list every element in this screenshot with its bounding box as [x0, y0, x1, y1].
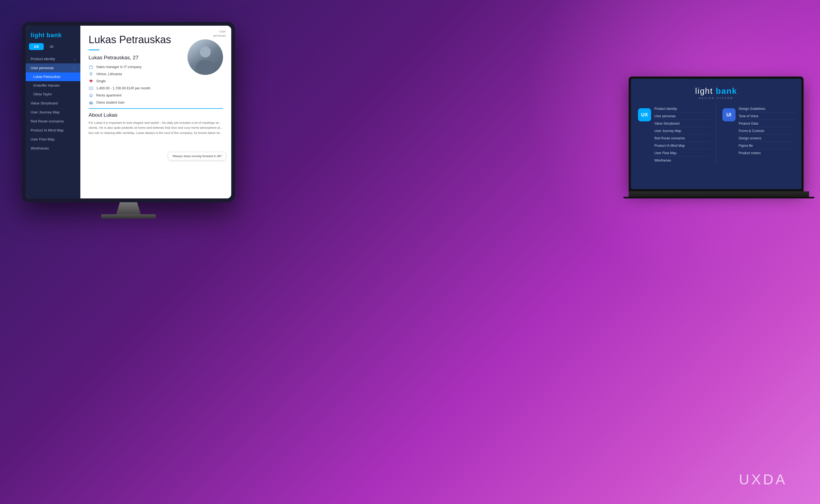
laptop-logo-light: light — [695, 86, 716, 95]
info-text: Vilnius, Lithuania — [96, 72, 122, 76]
nav-kristoffer[interactable]: Kristoffer Hansen — [26, 81, 80, 90]
nav-label: Lukas Petrauskas — [33, 75, 60, 79]
blue-divider — [89, 49, 99, 50]
info-row-income: 1,400.00 - 1,700.00 EUR per month — [89, 86, 223, 91]
ui-item-1[interactable]: Tone of Voice — [739, 113, 795, 120]
nav-label: Kristoffer Hansen — [33, 84, 60, 87]
svg-rect-6 — [91, 103, 91, 104]
nav-label: User personas — [31, 66, 54, 70]
nav-label: Value Storyboard — [31, 101, 58, 105]
info-text: Rents apartment — [96, 93, 121, 97]
breadcrumb-line2: personas — [213, 34, 226, 38]
ux-item-1[interactable]: User personas — [654, 113, 711, 120]
nav-label: Red Route scenarios — [31, 119, 64, 123]
nav-user-flow[interactable]: User Flow Map — [26, 135, 80, 144]
chevron-right-icon: › — [74, 57, 75, 61]
uxda-watermark: UXDA — [739, 471, 787, 488]
tablet-stand — [22, 202, 235, 214]
ui-items: Design Guidelines Tone of Voice Finance … — [736, 106, 795, 164]
laptop-screen-outer: light bank DESIGN SYSTEM UX Product iden… — [629, 77, 804, 191]
ux-item-6[interactable]: User Flow Map — [654, 150, 711, 157]
money-icon — [89, 86, 93, 91]
svg-rect-2 — [89, 87, 93, 90]
breadcrumb-line1: User — [213, 30, 226, 34]
info-row-loan: Owns student loan — [89, 100, 223, 105]
svg-rect-7 — [92, 103, 92, 104]
ux-item-5[interactable]: Product IA Mind Map — [654, 142, 711, 149]
nav-user-personas[interactable]: User personas ⌄ — [26, 63, 80, 72]
about-section: About Lukas For Lukas it is important to… — [89, 108, 223, 135]
nav-label: Olivia Taylor — [33, 92, 52, 96]
ui-column: UI Design Guidelines Tone of Voice Finan… — [722, 106, 795, 164]
laptop-logo-bank: bank — [716, 86, 737, 95]
sidebar-nav: Product identity › User personas ⌄ Lukas… — [26, 53, 80, 198]
ui-badge-wrap: UI — [722, 106, 736, 164]
svg-rect-0 — [89, 66, 93, 69]
quote-bubble: "Always keep moving forward in life" — [168, 152, 226, 160]
tablet-main: User personas Lukas Petrauskas Lukas Pet… — [80, 26, 231, 198]
logo-bank: bank — [47, 32, 62, 39]
bank-icon — [89, 100, 93, 105]
logo-light: light — [31, 32, 47, 39]
ui-item-0[interactable]: Design Guidelines — [739, 106, 795, 112]
nav-label: User Flow Map — [31, 137, 54, 141]
ui-item-3[interactable]: Forms & Controls — [739, 128, 795, 134]
photo-placeholder — [188, 39, 223, 75]
tab-ui[interactable]: UI — [45, 43, 58, 50]
svg-point-3 — [90, 88, 92, 89]
chevron-down-icon: ⌄ — [73, 66, 75, 70]
breadcrumb: User personas — [213, 30, 226, 38]
tablet-screen: light bank UX UI Product identity › User… — [26, 26, 231, 198]
ui-item-5[interactable]: Figma file — [739, 142, 795, 149]
nav-product-identity[interactable]: Product identity › — [26, 54, 80, 63]
nav-user-journey[interactable]: User Journey Map — [26, 108, 80, 117]
laptop-screen: light bank DESIGN SYSTEM UX Product iden… — [631, 79, 801, 189]
ux-item-2[interactable]: Value Storyboard — [654, 120, 711, 127]
tab-ux[interactable]: UX — [29, 43, 44, 50]
laptop-base — [629, 191, 809, 197]
nav-red-route[interactable]: Red Route scenarios — [26, 117, 80, 126]
ux-column: UX Product identity User personas Value … — [637, 106, 711, 164]
col-divider — [716, 106, 716, 164]
ui-badge: UI — [722, 108, 736, 121]
info-text: Sales manager in IT company — [96, 65, 142, 69]
briefcase-icon — [89, 65, 93, 69]
location-icon — [89, 72, 93, 77]
tablet-outer: light bank UX UI Product identity › User… — [22, 22, 235, 202]
ux-item-7[interactable]: Wireframes — [654, 157, 711, 164]
nav-value-storyboard[interactable]: Value Storyboard — [26, 99, 80, 108]
info-text: 1,400.00 - 1,700.00 EUR per month — [96, 86, 150, 90]
tablet-stand-base-wrap — [22, 214, 235, 219]
ux-badge: UX — [638, 108, 651, 121]
laptop-logo: light bank — [695, 86, 737, 96]
svg-rect-5 — [90, 103, 90, 104]
tablet-device: light bank UX UI Product identity › User… — [22, 22, 235, 202]
ux-item-4[interactable]: Red Route scenarios — [654, 135, 711, 142]
home-icon — [89, 93, 93, 98]
nav-olivia[interactable]: Olivia Taylor — [26, 90, 80, 99]
heart-icon — [89, 79, 93, 84]
ui-item-2[interactable]: Finance Data — [739, 120, 795, 127]
about-text: For Lukas it is important to look elegan… — [89, 120, 223, 135]
nav-wireframes[interactable]: Wireframes — [26, 144, 80, 153]
tablet-stand-post — [116, 202, 141, 214]
ux-items: Product identity User personas Value Sto… — [652, 106, 711, 164]
laptop-subtitle: DESIGN SYSTEM — [699, 97, 733, 99]
nav-label: Product identity — [31, 57, 55, 61]
tablet-stand-base — [101, 214, 156, 219]
nav-label: User Journey Map — [31, 110, 60, 114]
ux-item-0[interactable]: Product identity — [654, 106, 711, 112]
ux-item-3[interactable]: User Journey Map — [654, 128, 711, 134]
tablet-sidebar: light bank UX UI Product identity › User… — [26, 26, 80, 198]
nav-lukas[interactable]: Lukas Petrauskas — [26, 72, 80, 81]
info-row-status: Single — [89, 79, 223, 84]
ui-item-4[interactable]: Design screens — [739, 135, 795, 142]
info-text: Owns student loan — [96, 101, 125, 104]
about-title: About Lukas — [89, 112, 223, 118]
nav-product-ia[interactable]: Product IA Mind Map — [26, 126, 80, 135]
ux-badge-wrap: UX — [637, 106, 652, 164]
sidebar-logo: light bank — [26, 26, 80, 43]
ui-item-6[interactable]: Product motion — [739, 150, 795, 156]
persona-photo — [188, 39, 223, 75]
laptop-device: light bank DESIGN SYSTEM UX Product iden… — [629, 77, 804, 198]
